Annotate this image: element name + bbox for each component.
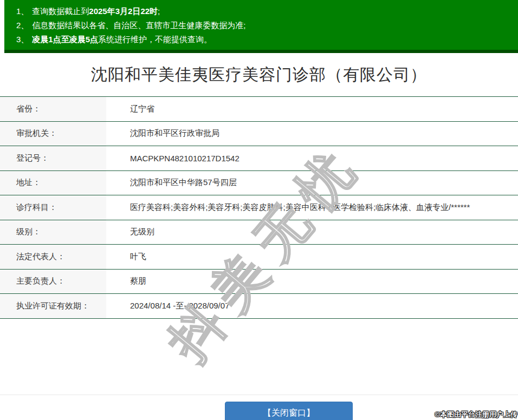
notice-line-2: 2、信息数据结果以各省、自治区、直辖市卫生健康委数据为准; <box>16 18 513 32</box>
row-value: 无级别 <box>106 220 518 245</box>
notice-text-bold: 凌晨1点至凌晨5点 <box>32 35 98 44</box>
row-label: 登记号： <box>0 146 106 170</box>
notice-number: 2、 <box>16 21 29 30</box>
table-row: 法定代表人： 叶飞 <box>0 245 518 270</box>
table-row: 登记号： MACPKPN4821010217D1542 <box>0 146 518 171</box>
row-value: 辽宁省 <box>106 97 518 121</box>
row-label: 省份： <box>0 97 106 121</box>
close-window-button[interactable]: 【关闭窗口】 <box>225 402 353 420</box>
notice-number: 3、 <box>16 35 29 44</box>
row-value: 叶飞 <box>106 245 518 269</box>
table-row: 级别： 无级别 <box>0 220 518 245</box>
institution-info-table: 省份： 辽宁省 审批机关： 沈阳市和平区行政审批局 登记号： MACPKPN48… <box>0 96 518 319</box>
row-label: 诊疗科目： <box>0 195 106 220</box>
row-value: 医疗美容科;美容外科;美容牙科;美容皮肤科;美容中医科 | 医学检验科;临床体液… <box>106 195 518 220</box>
notice-text: ; <box>158 6 160 16</box>
notice-text: 系统进行维护，不能提供查询。 <box>98 35 212 44</box>
footer-divider <box>0 395 518 395</box>
row-label: 法定代表人： <box>0 245 106 269</box>
page-title: 沈阳和平美佳夷医疗美容门诊部（有限公司） <box>0 64 518 86</box>
uploader-watermark: ©本图由平台注册用户上传 <box>435 410 517 419</box>
table-row: 省份： 辽宁省 <box>0 97 518 122</box>
table-row: 主要负责人： 蔡朋 <box>0 270 518 294</box>
notice-text-bold: 2025年3月2日22时 <box>89 6 158 16</box>
row-value: 2024/08/14 -至- 2028/09/07 <box>106 294 518 318</box>
notice-number: 1、 <box>16 6 29 16</box>
row-label: 主要负责人： <box>0 270 106 294</box>
notice-line-1: 1、查询数据截止到2025年3月2日22时; <box>16 4 513 18</box>
table-row: 地址： 沈阳市和平区中华路57号四层 <box>0 171 518 196</box>
notice-line-3: 3、凌晨1点至凌晨5点系统进行维护，不能提供查询。 <box>16 32 513 47</box>
notice-text: 信息数据结果以各省、自治区、直辖市卫生健康委数据为准; <box>32 21 245 30</box>
table-row: 诊疗科目： 医疗美容科;美容外科;美容牙科;美容皮肤科;美容中医科 | 医学检验… <box>0 195 518 220</box>
row-value: 沈阳市和平区中华路57号四层 <box>106 171 518 195</box>
row-label: 执业许可证有效期： <box>0 294 106 318</box>
row-label: 级别： <box>0 220 106 245</box>
row-value: 蔡朋 <box>106 270 518 294</box>
row-value: MACPKPN4821010217D1542 <box>106 146 518 170</box>
row-label: 审批机关： <box>0 122 106 146</box>
notice-text: 查询数据截止到 <box>32 6 89 16</box>
row-label: 地址： <box>0 171 106 195</box>
row-value: 沈阳市和平区行政审批局 <box>106 122 518 146</box>
table-row: 执业许可证有效期： 2024/08/14 -至- 2028/09/07 <box>0 294 518 319</box>
notice-banner: 1、查询数据截止到2025年3月2日22时; 2、信息数据结果以各省、自治区、直… <box>4 0 518 53</box>
table-row: 审批机关： 沈阳市和平区行政审批局 <box>0 122 518 147</box>
